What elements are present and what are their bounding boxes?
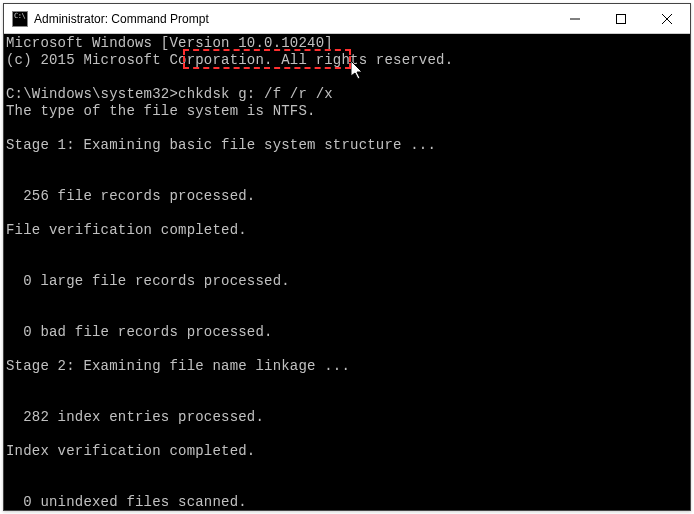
command-prompt-window: C:\ Administrator: Command Prompt Micros…	[3, 3, 691, 511]
terminal-line	[6, 171, 688, 188]
terminal-line	[6, 290, 688, 307]
terminal-line: 0 bad file records processed.	[6, 324, 688, 341]
terminal-line: Index verification completed.	[6, 443, 688, 460]
svg-rect-1	[617, 14, 626, 23]
terminal-output[interactable]: Microsoft Windows [Version 10.0.10240](c…	[4, 34, 690, 510]
terminal-line	[6, 256, 688, 273]
terminal-line	[6, 392, 688, 409]
cmd-icon: C:\	[12, 11, 28, 27]
terminal-line: Microsoft Windows [Version 10.0.10240]	[6, 35, 688, 52]
window-title: Administrator: Command Prompt	[34, 12, 552, 26]
close-button[interactable]	[644, 4, 690, 33]
terminal-line: The type of the file system is NTFS.	[6, 103, 688, 120]
window-controls	[552, 4, 690, 33]
terminal-line: C:\Windows\system32>chkdsk g: /f /r /x	[6, 86, 688, 103]
terminal-line	[6, 120, 688, 137]
titlebar[interactable]: C:\ Administrator: Command Prompt	[4, 4, 690, 34]
maximize-button[interactable]	[598, 4, 644, 33]
terminal-line: Stage 2: Examining file name linkage ...	[6, 358, 688, 375]
terminal-line: (c) 2015 Microsoft Corporation. All righ…	[6, 52, 688, 69]
terminal-line	[6, 460, 688, 477]
terminal-line	[6, 426, 688, 443]
terminal-line: Stage 1: Examining basic file system str…	[6, 137, 688, 154]
terminal-line: 282 index entries processed.	[6, 409, 688, 426]
terminal-line	[6, 69, 688, 86]
terminal-line	[6, 477, 688, 494]
minimize-button[interactable]	[552, 4, 598, 33]
terminal-line	[6, 205, 688, 222]
terminal-line: 0 unindexed files scanned.	[6, 494, 688, 510]
terminal-line	[6, 307, 688, 324]
terminal-line	[6, 375, 688, 392]
terminal-line: 0 large file records processed.	[6, 273, 688, 290]
terminal-line	[6, 239, 688, 256]
terminal-line: File verification completed.	[6, 222, 688, 239]
terminal-line	[6, 154, 688, 171]
terminal-line: 256 file records processed.	[6, 188, 688, 205]
terminal-line	[6, 341, 688, 358]
